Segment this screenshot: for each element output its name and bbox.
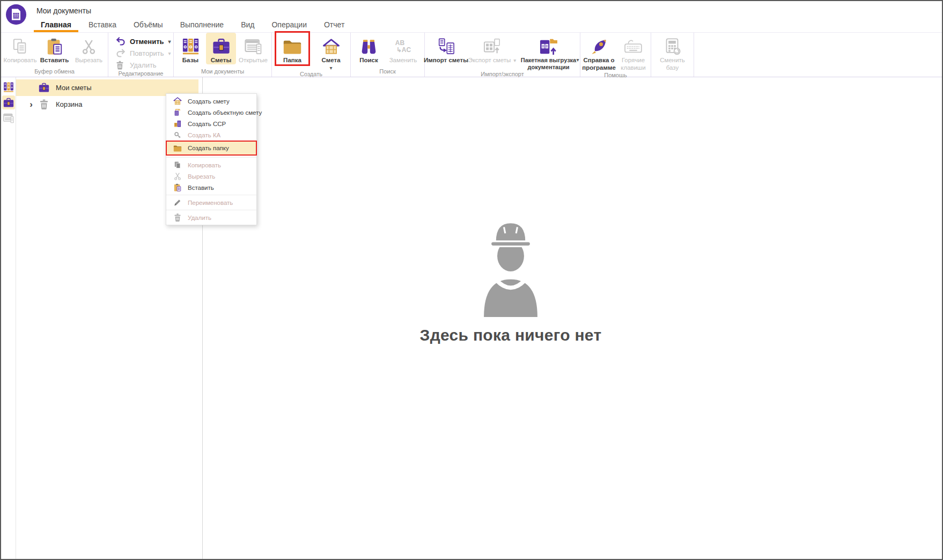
group-search: Поиск AB↳AC Заменить Поиск: [351, 33, 425, 77]
create-folder-button[interactable]: Папка: [276, 33, 308, 64]
buildings-icon: [173, 120, 182, 128]
briefcase-icon: [212, 36, 230, 56]
group-clipboard: Копировать Вставить Вырезать Буфер обмен…: [1, 33, 108, 77]
menu-create-object-estimate[interactable]: Создать объектную смету: [166, 107, 256, 118]
import-estimate-button[interactable]: Импорт сметы: [425, 33, 468, 64]
folder-icon: [283, 36, 302, 56]
empty-state-title: Здесь пока ничего нет: [339, 326, 682, 344]
menu-create-estimate[interactable]: Создать смету: [166, 95, 256, 107]
menu-create-ssr[interactable]: Создать ССР: [166, 118, 256, 129]
scissors-icon: [173, 172, 182, 181]
import-icon: [437, 36, 455, 56]
group-editing: Отменить Повторить Удалить Редактировани…: [108, 33, 174, 77]
menu-cut[interactable]: Вырезать: [166, 171, 256, 182]
menu-delete[interactable]: Удалить: [166, 212, 256, 223]
export-estimate-button[interactable]: Экспорт сметы: [468, 33, 517, 64]
batch-export-dropdown-caret-icon[interactable]: [576, 57, 579, 63]
building-crane-icon: [173, 108, 182, 117]
rail-open-documents-icon[interactable]: [2, 111, 15, 125]
estimate-dropdown-caret-icon[interactable]: [329, 65, 332, 71]
export-dropdown-caret-icon[interactable]: [513, 58, 516, 63]
briefcase-icon: [39, 83, 50, 93]
tab-operacii[interactable]: Операции: [263, 17, 315, 32]
estimates-button[interactable]: Сметы: [206, 33, 236, 64]
copy-icon: [173, 161, 182, 170]
house-icon: [173, 97, 182, 106]
trash-icon: [116, 61, 126, 70]
redo-icon: [116, 49, 126, 58]
window-title: Мои документы: [36, 6, 91, 15]
rail-estimates-icon[interactable]: [2, 95, 15, 109]
tab-obyomy[interactable]: Объёмы: [125, 17, 172, 32]
left-rail: [1, 77, 16, 559]
menu-create-folder[interactable]: Создать папку: [166, 141, 257, 156]
menu-separator: [166, 195, 256, 195]
open-documents-button[interactable]: Открытые: [236, 33, 270, 64]
create-estimate-button[interactable]: Смета: [316, 33, 346, 71]
hotkeys-button[interactable]: Горячие клавиши: [617, 33, 650, 72]
ribbon: Копировать Вставить Вырезать Буфер обмен…: [1, 32, 942, 77]
magnifier-key-icon: [173, 131, 182, 139]
batch-export-button[interactable]: Пакетная выгрузка документации: [517, 33, 580, 71]
table-document-icon: [245, 36, 262, 56]
trash-icon: [39, 99, 50, 110]
menu-separator: [166, 157, 256, 158]
group-import-export: Импорт сметы Экспорт сметы Пакетная выгр…: [425, 33, 580, 77]
rocket-icon: [591, 36, 608, 56]
chevron-right-icon[interactable]: [24, 99, 39, 110]
delete-button[interactable]: Удалить: [116, 60, 168, 70]
undo-icon: [116, 37, 126, 47]
group-switch-db: Сменить базу: [651, 33, 694, 77]
cut-button[interactable]: Вырезать: [71, 33, 107, 64]
batch-export-icon: [539, 36, 558, 56]
tab-vstavka[interactable]: Вставка: [80, 17, 125, 32]
app-window: Мои документы Главная Вставка Объёмы Вып…: [0, 0, 943, 560]
cut-icon: [81, 36, 97, 56]
undo-button[interactable]: Отменить: [116, 36, 168, 47]
binders-icon: [182, 36, 200, 56]
tab-vypolnenie[interactable]: Выполнение: [172, 17, 232, 32]
copy-icon: [12, 36, 28, 56]
calculator-refresh-icon: [664, 36, 681, 56]
group-create: Папка Смета Создать: [272, 33, 351, 77]
redo-dropdown-caret-icon[interactable]: [168, 51, 171, 56]
context-menu: Создать смету Создать объектную смету Со…: [166, 93, 257, 225]
empty-state: Здесь пока ничего нет: [339, 218, 682, 344]
folder-icon: [173, 144, 182, 152]
replace-button[interactable]: AB↳AC Заменить: [385, 33, 422, 64]
keyboard-icon: [624, 36, 643, 56]
trash-icon: [173, 213, 182, 222]
app-logo-icon[interactable]: [6, 4, 26, 25]
paste-button[interactable]: Вставить: [38, 33, 71, 64]
copy-button[interactable]: Копировать: [3, 33, 38, 64]
paste-icon: [46, 36, 63, 56]
group-help: Справка о программе Горячие клавиши Помо…: [580, 33, 651, 77]
group-label-my-documents: Мои документы: [174, 68, 271, 77]
menu-separator: [166, 210, 256, 210]
tab-otchet[interactable]: Отчет: [315, 17, 353, 32]
pencil-icon: [173, 198, 182, 207]
construction-worker-icon: [469, 218, 552, 318]
ribbon-spacer: [694, 33, 942, 77]
undo-dropdown-caret-icon[interactable]: [168, 39, 171, 45]
house-icon: [322, 36, 340, 56]
bases-button[interactable]: Базы: [175, 33, 206, 64]
menu-paste[interactable]: Вставить: [166, 182, 256, 193]
tab-glavnaya[interactable]: Главная: [32, 17, 80, 32]
group-label-search: Поиск: [351, 68, 424, 77]
search-button[interactable]: Поиск: [353, 33, 385, 64]
menu-create-ka[interactable]: Создать КА: [166, 129, 256, 141]
redo-button[interactable]: Повторить: [116, 48, 168, 58]
paste-icon: [173, 183, 182, 192]
help-button[interactable]: Справка о программе: [581, 33, 617, 72]
replace-ab-ac-icon: AB↳AC: [395, 36, 411, 56]
ribbon-tab-bar: Главная Вставка Объёмы Выполнение Вид Оп…: [32, 17, 353, 32]
binoculars-icon: [360, 36, 377, 56]
menu-copy[interactable]: Копировать: [166, 159, 256, 171]
menu-rename[interactable]: Переименовать: [166, 197, 256, 208]
tab-vid[interactable]: Вид: [232, 17, 263, 32]
group-label-clipboard: Буфер обмена: [1, 68, 108, 77]
switch-db-button[interactable]: Сменить базу: [657, 33, 689, 72]
content-area: Здесь пока ничего нет: [203, 77, 942, 559]
rail-bases-icon[interactable]: [2, 80, 15, 94]
